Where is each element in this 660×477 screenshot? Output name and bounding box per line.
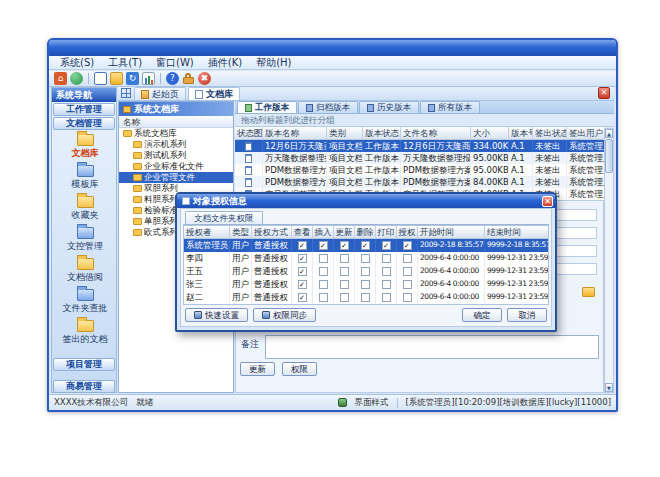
- col-type[interactable]: 类型: [230, 226, 252, 239]
- col-checkout-state[interactable]: 签出状态: [533, 127, 567, 140]
- group-document-management[interactable]: 文档管理: [53, 117, 115, 130]
- title-bar[interactable]: [49, 40, 616, 56]
- col-grant-mode[interactable]: 授权方式: [252, 226, 292, 239]
- permission-row[interactable]: 王五 用户 普通授权 ✓ 2009-6-4 0:00:00 9999-12-31…: [184, 265, 548, 278]
- print-checkbox[interactable]: [382, 280, 391, 289]
- document-row[interactable]: 12月6日万天隆商行（ 项目文档 工作版本 12月6日万天隆商行（.doc 33…: [235, 140, 604, 152]
- permission-row[interactable]: 赵二 用户 普通授权 ✓ 2009-6-4 0:00:00 9999-12-31…: [184, 291, 548, 304]
- document-row[interactable]: PDM数据整理方案2.doc 项目文档 工作版本 PDM数据整理方案2.doc …: [235, 164, 604, 176]
- close-tab-button[interactable]: ✕: [598, 87, 610, 99]
- sidebar-item-folder-review[interactable]: 文件夹查批: [52, 286, 118, 317]
- tree-item-root[interactable]: 系统文档库: [119, 128, 233, 139]
- sidebar-item-document-library[interactable]: 文档库: [52, 131, 118, 162]
- col-grantee[interactable]: 授权者: [184, 226, 230, 239]
- ok-button[interactable]: 确定: [462, 308, 502, 322]
- view-checkbox[interactable]: ✓: [298, 254, 307, 263]
- menu-help[interactable]: 帮助(H): [249, 56, 298, 69]
- col-insert[interactable]: 插入: [313, 226, 334, 239]
- col-print[interactable]: 打印: [376, 226, 397, 239]
- home-icon[interactable]: ⌂: [54, 72, 67, 85]
- print-checkbox[interactable]: [382, 267, 391, 276]
- col-checkout-user[interactable]: 签出用户: [567, 127, 604, 140]
- ui-style-label[interactable]: 界面样式: [355, 397, 389, 409]
- delete-checkbox[interactable]: [361, 280, 370, 289]
- view-checkbox[interactable]: ✓: [298, 267, 307, 276]
- tree-column-header[interactable]: 名称: [119, 116, 233, 128]
- print-checkbox[interactable]: [382, 293, 391, 302]
- menu-window[interactable]: 窗口(W): [149, 56, 201, 69]
- insert-checkbox[interactable]: [319, 267, 328, 276]
- col-status-icon[interactable]: 状态图: [235, 127, 263, 140]
- document-row[interactable]: 万天隆数据整理报告 项目文档 工作版本 万天隆数据整理报告.doc 95.00K…: [235, 152, 604, 164]
- col-size[interactable]: 大小: [471, 127, 509, 140]
- col-version-no[interactable]: 版本号: [509, 127, 533, 140]
- sidebar-item-template-library[interactable]: 模板库: [52, 162, 118, 193]
- tab-document-library[interactable]: 文档库: [188, 87, 240, 100]
- sidebar-item-doc-borrow[interactable]: 文档借阅: [52, 255, 118, 286]
- help-icon[interactable]: ?: [166, 72, 179, 85]
- update-checkbox[interactable]: [340, 267, 349, 276]
- grant-checkbox[interactable]: [403, 293, 412, 302]
- col-grant[interactable]: 授权: [397, 226, 418, 239]
- print-checkbox[interactable]: [382, 254, 391, 263]
- group-project-management[interactable]: 项目管理: [53, 358, 115, 371]
- col-start-time[interactable]: 开始时间: [418, 226, 485, 239]
- chart-icon[interactable]: [142, 72, 155, 85]
- view-checkbox[interactable]: ✓: [298, 293, 307, 302]
- grant-checkbox[interactable]: ✓: [403, 241, 412, 250]
- tab-archived-version[interactable]: 归档版本: [298, 101, 358, 113]
- col-view[interactable]: 查看: [292, 226, 313, 239]
- tree-item[interactable]: 演示机系列: [119, 139, 233, 150]
- tab-all-versions[interactable]: 所有版本: [420, 101, 480, 113]
- refresh-icon[interactable]: ↻: [126, 72, 139, 85]
- tab-folder-permissions[interactable]: 文档文件夹权限: [185, 211, 263, 224]
- view-checkbox[interactable]: ✓: [298, 280, 307, 289]
- new-document-icon[interactable]: [94, 72, 107, 85]
- update-checkbox[interactable]: [340, 280, 349, 289]
- permission-button[interactable]: 权限: [282, 362, 317, 376]
- delete-checkbox[interactable]: [361, 293, 370, 302]
- insert-checkbox[interactable]: [319, 254, 328, 263]
- menu-system[interactable]: 系统(S): [53, 56, 101, 69]
- update-checkbox[interactable]: ✓: [340, 241, 349, 250]
- update-button[interactable]: 更新: [240, 362, 275, 376]
- col-delete[interactable]: 删除: [355, 226, 376, 239]
- tab-start-page[interactable]: 起始页: [134, 87, 186, 100]
- insert-checkbox[interactable]: ✓: [319, 241, 328, 250]
- update-checkbox[interactable]: [340, 254, 349, 263]
- col-end-time[interactable]: 结束时间: [485, 226, 549, 239]
- permission-row[interactable]: 系统管理员 用户 普通授权 ✓ ✓ ✓ ✓ ✓ ✓ 2009-2-18 8:35…: [184, 239, 548, 252]
- scroll-up-arrow[interactable]: ▲: [605, 129, 613, 138]
- grant-checkbox[interactable]: [403, 254, 412, 263]
- permission-row[interactable]: 张三 用户 普通授权 ✓ 2009-6-4 0:00:00 9999-12-31…: [184, 278, 548, 291]
- permission-sync-button[interactable]: 权限同步: [253, 308, 316, 322]
- quick-setup-button[interactable]: 快速设置: [185, 308, 248, 322]
- tab-list-icon[interactable]: [121, 88, 131, 98]
- tree-item[interactable]: 测试机系列: [119, 150, 233, 161]
- browse-folder-icon[interactable]: [582, 287, 595, 297]
- tab-working-version[interactable]: 工作版本: [237, 101, 297, 113]
- scroll-down-arrow[interactable]: ▼: [605, 383, 613, 392]
- col-update[interactable]: 更新: [334, 226, 355, 239]
- dialog-close-button[interactable]: ✕: [542, 196, 553, 207]
- open-folder-icon[interactable]: [110, 72, 123, 85]
- document-row[interactable]: PDM数据整理方案.doc 项目文档 工作版本 PDM数据整理方案.doc 84…: [235, 176, 604, 188]
- permission-row[interactable]: 李四 用户 普通授权 ✓ 2009-6-4 0:00:00 9999-12-31…: [184, 252, 548, 265]
- sidebar-item-doc-control[interactable]: 文控管理: [52, 224, 118, 255]
- grant-checkbox[interactable]: [403, 267, 412, 276]
- sidebar-item-favorites[interactable]: 收藏夹: [52, 193, 118, 224]
- globe-icon[interactable]: [70, 72, 83, 85]
- view-checkbox[interactable]: ✓: [298, 241, 307, 250]
- col-version-state[interactable]: 版本状态: [363, 127, 401, 140]
- print-checkbox[interactable]: ✓: [382, 241, 391, 250]
- vertical-scrollbar[interactable]: ▲ ▼: [604, 128, 614, 393]
- update-checkbox[interactable]: [340, 293, 349, 302]
- group-work-management[interactable]: 工作管理: [53, 103, 115, 116]
- lock-icon[interactable]: [182, 72, 195, 85]
- menu-tools[interactable]: 工具(T): [101, 56, 149, 69]
- dialog-title-bar[interactable]: 对象授权信息 ✕: [177, 194, 555, 208]
- col-file-name[interactable]: 文件名称: [401, 127, 471, 140]
- col-category[interactable]: 类别: [327, 127, 363, 140]
- insert-checkbox[interactable]: [319, 280, 328, 289]
- menu-plugins[interactable]: 插件(K): [201, 56, 249, 69]
